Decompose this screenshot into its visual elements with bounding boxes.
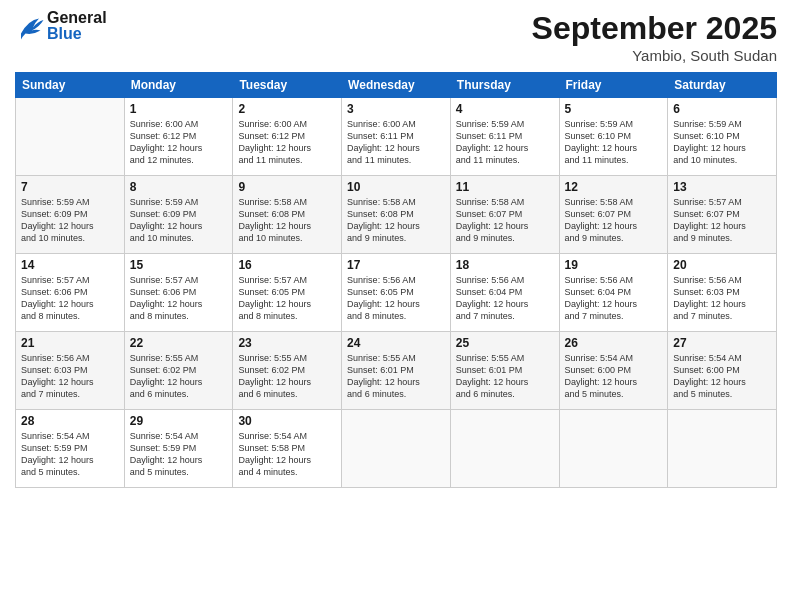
day-info: Sunrise: 5:54 AM Sunset: 5:58 PM Dayligh… bbox=[238, 430, 336, 479]
day-number: 4 bbox=[456, 102, 554, 116]
calendar-cell: 11Sunrise: 5:58 AM Sunset: 6:07 PM Dayli… bbox=[450, 176, 559, 254]
calendar-cell: 13Sunrise: 5:57 AM Sunset: 6:07 PM Dayli… bbox=[668, 176, 777, 254]
calendar-cell: 17Sunrise: 5:56 AM Sunset: 6:05 PM Dayli… bbox=[342, 254, 451, 332]
day-number: 7 bbox=[21, 180, 119, 194]
calendar-cell: 20Sunrise: 5:56 AM Sunset: 6:03 PM Dayli… bbox=[668, 254, 777, 332]
week-row-1: 7Sunrise: 5:59 AM Sunset: 6:09 PM Daylig… bbox=[16, 176, 777, 254]
calendar-cell: 27Sunrise: 5:54 AM Sunset: 6:00 PM Dayli… bbox=[668, 332, 777, 410]
day-info: Sunrise: 5:54 AM Sunset: 5:59 PM Dayligh… bbox=[21, 430, 119, 479]
month-title: September 2025 bbox=[532, 10, 777, 47]
calendar-cell bbox=[668, 410, 777, 488]
day-info: Sunrise: 5:56 AM Sunset: 6:04 PM Dayligh… bbox=[456, 274, 554, 323]
day-number: 17 bbox=[347, 258, 445, 272]
day-info: Sunrise: 5:58 AM Sunset: 6:07 PM Dayligh… bbox=[456, 196, 554, 245]
week-row-4: 28Sunrise: 5:54 AM Sunset: 5:59 PM Dayli… bbox=[16, 410, 777, 488]
day-info: Sunrise: 5:59 AM Sunset: 6:11 PM Dayligh… bbox=[456, 118, 554, 167]
day-info: Sunrise: 6:00 AM Sunset: 6:12 PM Dayligh… bbox=[238, 118, 336, 167]
day-number: 15 bbox=[130, 258, 228, 272]
day-number: 29 bbox=[130, 414, 228, 428]
day-number: 10 bbox=[347, 180, 445, 194]
day-number: 25 bbox=[456, 336, 554, 350]
weekday-header-tuesday: Tuesday bbox=[233, 73, 342, 98]
calendar-cell: 28Sunrise: 5:54 AM Sunset: 5:59 PM Dayli… bbox=[16, 410, 125, 488]
page: General Blue September 2025 Yambio, Sout… bbox=[0, 0, 792, 612]
day-number: 11 bbox=[456, 180, 554, 194]
day-info: Sunrise: 5:58 AM Sunset: 6:08 PM Dayligh… bbox=[347, 196, 445, 245]
logo-blue: Blue bbox=[47, 26, 107, 42]
day-number: 16 bbox=[238, 258, 336, 272]
day-info: Sunrise: 5:56 AM Sunset: 6:04 PM Dayligh… bbox=[565, 274, 663, 323]
logo-general: General bbox=[47, 10, 107, 26]
week-row-3: 21Sunrise: 5:56 AM Sunset: 6:03 PM Dayli… bbox=[16, 332, 777, 410]
calendar-cell: 30Sunrise: 5:54 AM Sunset: 5:58 PM Dayli… bbox=[233, 410, 342, 488]
calendar-cell: 4Sunrise: 5:59 AM Sunset: 6:11 PM Daylig… bbox=[450, 98, 559, 176]
calendar-table: SundayMondayTuesdayWednesdayThursdayFrid… bbox=[15, 72, 777, 488]
day-info: Sunrise: 5:59 AM Sunset: 6:10 PM Dayligh… bbox=[565, 118, 663, 167]
weekday-header-wednesday: Wednesday bbox=[342, 73, 451, 98]
day-info: Sunrise: 5:58 AM Sunset: 6:07 PM Dayligh… bbox=[565, 196, 663, 245]
calendar-cell: 18Sunrise: 5:56 AM Sunset: 6:04 PM Dayli… bbox=[450, 254, 559, 332]
calendar-cell: 12Sunrise: 5:58 AM Sunset: 6:07 PM Dayli… bbox=[559, 176, 668, 254]
calendar-cell: 22Sunrise: 5:55 AM Sunset: 6:02 PM Dayli… bbox=[124, 332, 233, 410]
day-number: 13 bbox=[673, 180, 771, 194]
day-info: Sunrise: 5:55 AM Sunset: 6:02 PM Dayligh… bbox=[130, 352, 228, 401]
day-number: 19 bbox=[565, 258, 663, 272]
day-info: Sunrise: 5:54 AM Sunset: 6:00 PM Dayligh… bbox=[673, 352, 771, 401]
calendar-cell bbox=[342, 410, 451, 488]
day-number: 26 bbox=[565, 336, 663, 350]
day-number: 1 bbox=[130, 102, 228, 116]
day-number: 23 bbox=[238, 336, 336, 350]
title-section: September 2025 Yambio, South Sudan bbox=[532, 10, 777, 64]
day-info: Sunrise: 5:57 AM Sunset: 6:06 PM Dayligh… bbox=[130, 274, 228, 323]
day-info: Sunrise: 5:56 AM Sunset: 6:03 PM Dayligh… bbox=[673, 274, 771, 323]
day-number: 3 bbox=[347, 102, 445, 116]
day-info: Sunrise: 5:57 AM Sunset: 6:05 PM Dayligh… bbox=[238, 274, 336, 323]
day-number: 20 bbox=[673, 258, 771, 272]
day-info: Sunrise: 5:59 AM Sunset: 6:09 PM Dayligh… bbox=[130, 196, 228, 245]
location: Yambio, South Sudan bbox=[532, 47, 777, 64]
calendar-cell: 19Sunrise: 5:56 AM Sunset: 6:04 PM Dayli… bbox=[559, 254, 668, 332]
weekday-header-friday: Friday bbox=[559, 73, 668, 98]
week-row-2: 14Sunrise: 5:57 AM Sunset: 6:06 PM Dayli… bbox=[16, 254, 777, 332]
day-number: 21 bbox=[21, 336, 119, 350]
calendar-cell: 14Sunrise: 5:57 AM Sunset: 6:06 PM Dayli… bbox=[16, 254, 125, 332]
day-info: Sunrise: 5:56 AM Sunset: 6:03 PM Dayligh… bbox=[21, 352, 119, 401]
day-info: Sunrise: 5:57 AM Sunset: 6:07 PM Dayligh… bbox=[673, 196, 771, 245]
day-number: 5 bbox=[565, 102, 663, 116]
day-number: 2 bbox=[238, 102, 336, 116]
day-number: 24 bbox=[347, 336, 445, 350]
day-info: Sunrise: 5:54 AM Sunset: 6:00 PM Dayligh… bbox=[565, 352, 663, 401]
calendar-cell: 3Sunrise: 6:00 AM Sunset: 6:11 PM Daylig… bbox=[342, 98, 451, 176]
day-info: Sunrise: 5:55 AM Sunset: 6:01 PM Dayligh… bbox=[347, 352, 445, 401]
day-number: 8 bbox=[130, 180, 228, 194]
logo-name: General Blue bbox=[47, 10, 107, 42]
calendar-cell: 6Sunrise: 5:59 AM Sunset: 6:10 PM Daylig… bbox=[668, 98, 777, 176]
weekday-header-monday: Monday bbox=[124, 73, 233, 98]
day-info: Sunrise: 5:55 AM Sunset: 6:02 PM Dayligh… bbox=[238, 352, 336, 401]
day-info: Sunrise: 5:55 AM Sunset: 6:01 PM Dayligh… bbox=[456, 352, 554, 401]
weekday-header-thursday: Thursday bbox=[450, 73, 559, 98]
day-number: 18 bbox=[456, 258, 554, 272]
weekday-header-saturday: Saturday bbox=[668, 73, 777, 98]
day-number: 6 bbox=[673, 102, 771, 116]
calendar-cell: 1Sunrise: 6:00 AM Sunset: 6:12 PM Daylig… bbox=[124, 98, 233, 176]
day-number: 14 bbox=[21, 258, 119, 272]
calendar-cell: 23Sunrise: 5:55 AM Sunset: 6:02 PM Dayli… bbox=[233, 332, 342, 410]
calendar-cell: 9Sunrise: 5:58 AM Sunset: 6:08 PM Daylig… bbox=[233, 176, 342, 254]
day-info: Sunrise: 5:59 AM Sunset: 6:09 PM Dayligh… bbox=[21, 196, 119, 245]
calendar-cell: 15Sunrise: 5:57 AM Sunset: 6:06 PM Dayli… bbox=[124, 254, 233, 332]
day-info: Sunrise: 5:59 AM Sunset: 6:10 PM Dayligh… bbox=[673, 118, 771, 167]
calendar-cell: 26Sunrise: 5:54 AM Sunset: 6:00 PM Dayli… bbox=[559, 332, 668, 410]
day-number: 27 bbox=[673, 336, 771, 350]
weekday-header-row: SundayMondayTuesdayWednesdayThursdayFrid… bbox=[16, 73, 777, 98]
day-info: Sunrise: 5:54 AM Sunset: 5:59 PM Dayligh… bbox=[130, 430, 228, 479]
calendar-cell: 29Sunrise: 5:54 AM Sunset: 5:59 PM Dayli… bbox=[124, 410, 233, 488]
weekday-header-sunday: Sunday bbox=[16, 73, 125, 98]
calendar-cell: 24Sunrise: 5:55 AM Sunset: 6:01 PM Dayli… bbox=[342, 332, 451, 410]
calendar-cell: 7Sunrise: 5:59 AM Sunset: 6:09 PM Daylig… bbox=[16, 176, 125, 254]
calendar-cell: 16Sunrise: 5:57 AM Sunset: 6:05 PM Dayli… bbox=[233, 254, 342, 332]
calendar-cell: 8Sunrise: 5:59 AM Sunset: 6:09 PM Daylig… bbox=[124, 176, 233, 254]
day-number: 12 bbox=[565, 180, 663, 194]
calendar-cell bbox=[559, 410, 668, 488]
calendar-cell: 21Sunrise: 5:56 AM Sunset: 6:03 PM Dayli… bbox=[16, 332, 125, 410]
